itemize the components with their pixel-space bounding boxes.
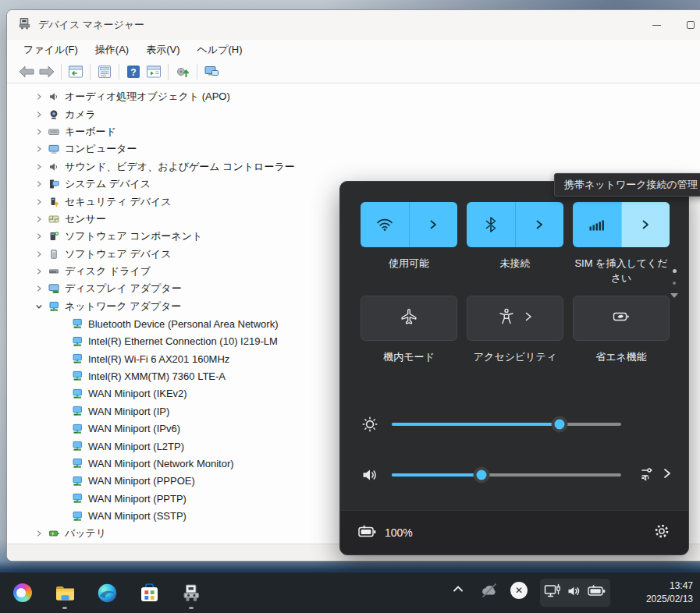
- network-adapter-icon: [71, 370, 84, 382]
- tray-presence-button[interactable]: ✕: [510, 582, 528, 599]
- tree-row-3[interactable]: コンピューター: [7, 140, 700, 158]
- remote-computer-button[interactable]: [201, 62, 222, 81]
- tree-chevron-right-icon[interactable]: [34, 163, 44, 171]
- cellular-tile[interactable]: [573, 202, 670, 247]
- tree-chevron-right-icon[interactable]: [34, 128, 44, 136]
- tree-chevron-right-icon[interactable]: [34, 93, 44, 101]
- settings-gear-icon[interactable]: [652, 522, 671, 544]
- network-adapter-icon: [48, 300, 60, 313]
- bluetooth-expand-chevron-icon[interactable]: [515, 202, 564, 247]
- tree-chevron-right-icon[interactable]: [34, 268, 44, 275]
- taskbar-store-button[interactable]: [136, 579, 162, 606]
- taskbar-copilot-button[interactable]: [9, 579, 36, 606]
- taskbar-device-manager-button[interactable]: [178, 579, 204, 606]
- tree-row-0[interactable]: オーディオ処理オブジェクト (APO): [7, 88, 700, 105]
- tree-label: システム デバイス: [65, 177, 151, 191]
- maximize-button[interactable]: [673, 10, 700, 40]
- tree-label: ディスプレイ アダプター: [65, 282, 182, 296]
- tree-chevron-down-icon[interactable]: [34, 303, 44, 310]
- toolbar-separator: [61, 64, 62, 80]
- toolbar-separator: [90, 64, 91, 80]
- tree-chevron-right-icon[interactable]: [34, 111, 44, 119]
- audio-output-mixer-icon[interactable]: [640, 465, 657, 485]
- tree-label: バッテリ: [65, 526, 106, 540]
- airplane-mode-tile[interactable]: [361, 296, 457, 341]
- battery-percent-label: 100%: [385, 526, 413, 539]
- tree-chevron-right-icon[interactable]: [34, 145, 44, 153]
- cellular-icon[interactable]: [573, 202, 621, 247]
- battery-tray-icon: [587, 583, 607, 602]
- tree-chevron-right-icon[interactable]: [34, 198, 44, 206]
- toggle-label-row: 使用可能未接続SIM を挿入してください: [361, 257, 670, 286]
- accessibility-tile[interactable]: [467, 296, 563, 341]
- tree-chevron-right-icon[interactable]: [34, 530, 44, 537]
- forward-button[interactable]: [37, 62, 57, 81]
- network-adapter-icon: [71, 492, 84, 505]
- tree-row-2[interactable]: キーボード: [7, 123, 700, 140]
- tree-row-1[interactable]: カメラ: [7, 105, 700, 122]
- taskbar-edge-button[interactable]: [94, 579, 120, 606]
- console-tree-button[interactable]: [66, 62, 86, 81]
- tree-label: Intel(R) XMM(TM) 7360 LTE-A: [88, 370, 226, 382]
- software-component-icon: [48, 230, 60, 243]
- cellular-expand-chevron-icon[interactable]: [621, 202, 670, 247]
- tray-show-hidden-icons-button[interactable]: [451, 582, 465, 599]
- pager-expand-icon[interactable]: [670, 293, 678, 298]
- network-adapter-icon: [71, 317, 84, 330]
- tree-label: WAN Miniport (IKEv2): [88, 388, 187, 399]
- tree-chevron-right-icon[interactable]: [34, 250, 44, 258]
- wifi-icon[interactable]: [361, 202, 409, 247]
- taskbar-explorer-button[interactable]: [52, 579, 78, 606]
- energy-saver-tile[interactable]: [573, 296, 670, 341]
- tree-chevron-right-icon[interactable]: [34, 180, 44, 188]
- tree-chevron-right-icon[interactable]: [34, 215, 44, 223]
- taskbar-clock[interactable]: 13:47 2025/02/13: [646, 579, 693, 607]
- tree-chevron-right-icon[interactable]: [34, 232, 44, 240]
- action-pane-button[interactable]: [144, 62, 164, 81]
- tree-label: WAN Miniport (PPPOE): [88, 475, 195, 487]
- volume-thumb[interactable]: [473, 467, 489, 484]
- wifi-tile[interactable]: [361, 202, 457, 247]
- bluetooth-icon[interactable]: [467, 202, 515, 247]
- tray-onedrive-button[interactable]: [479, 582, 499, 602]
- tray-quick-settings-button[interactable]: [540, 579, 610, 607]
- network-tray-icon: [543, 582, 562, 604]
- network-adapter-icon: [71, 335, 84, 348]
- toggle-tile-row: [361, 202, 670, 247]
- menu-item-3[interactable]: ヘルプ(H): [189, 41, 251, 59]
- bluetooth-tile[interactable]: [467, 202, 563, 247]
- network-adapter-icon: [71, 388, 84, 400]
- system-icon: [48, 178, 60, 190]
- pager: [670, 269, 678, 298]
- help-button[interactable]: ?: [123, 62, 144, 81]
- audio-output-chevron-icon[interactable]: [662, 467, 673, 483]
- copilot-icon: [13, 583, 32, 602]
- menu-item-0[interactable]: ファイル(F): [15, 41, 87, 59]
- tree-label: キーボード: [65, 125, 116, 139]
- action-tile-row: [361, 296, 670, 341]
- menu-item-2[interactable]: 表示(V): [137, 41, 188, 59]
- tree-label: WAN Miniport (Network Monitor): [88, 458, 234, 469]
- quick-settings-panel: 使用可能未接続SIM を挿入してください 機内モードアクセシビリティ省エネ機能: [339, 181, 689, 555]
- energy-saver-icon: [611, 306, 631, 330]
- tree-label: Intel(R) Ethernet Connection (10) I219-L…: [88, 335, 278, 347]
- tree-chevron-right-icon[interactable]: [34, 285, 44, 292]
- properties-button[interactable]: [94, 62, 115, 81]
- back-button[interactable]: [16, 62, 37, 81]
- minimize-button[interactable]: [639, 10, 673, 40]
- tree-label: WAN Miniport (L2TP): [88, 441, 184, 452]
- tree-label: Intel(R) Wi-Fi 6 AX201 160MHz: [88, 353, 229, 365]
- clock-date: 2025/02/13: [646, 593, 693, 606]
- volume-slider[interactable]: [392, 473, 621, 477]
- chevron-up-icon: [451, 582, 465, 599]
- pager-dot[interactable]: [673, 282, 676, 285]
- menu-item-1[interactable]: 操作(A): [87, 41, 137, 59]
- energy-saver-label: 省エネ機能: [573, 350, 670, 365]
- scan-hardware-button[interactable]: [172, 62, 193, 81]
- pager-dot-active[interactable]: [673, 269, 677, 273]
- battery-status[interactable]: 100%: [357, 524, 413, 542]
- disk-icon: [48, 265, 60, 278]
- wifi-expand-chevron-icon[interactable]: [409, 202, 458, 247]
- brightness-thumb[interactable]: [551, 416, 567, 433]
- brightness-slider[interactable]: [392, 423, 621, 426]
